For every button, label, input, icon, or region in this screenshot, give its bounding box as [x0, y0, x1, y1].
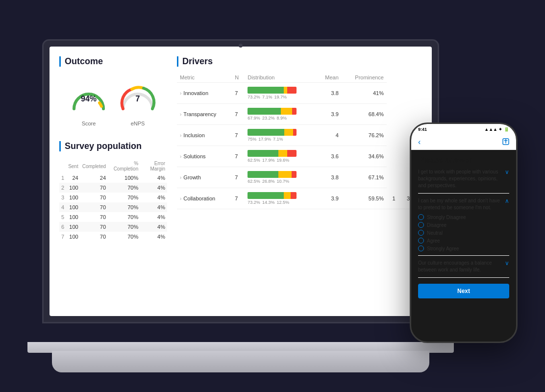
bar-label: 62.5%: [248, 158, 260, 163]
survey-row-completed: 70: [80, 222, 108, 232]
drivers-row-name[interactable]: › Innovation: [177, 83, 232, 104]
drivers-row-name[interactable]: › Collaboration: [177, 188, 232, 209]
question-2: I can be my whole self and don't have to…: [418, 197, 509, 256]
phone-title: Please answer:: [418, 156, 509, 165]
survey-row-margin: 4%: [140, 222, 167, 232]
radio-circle: [418, 230, 424, 236]
bar-labels: 67.9%23.2%8.9%: [248, 116, 313, 121]
survey-row-margin: 4%: [140, 183, 167, 193]
drivers-row-n: 7: [232, 125, 245, 146]
question-3: Our culture encourages a balance between…: [418, 260, 509, 278]
col-header-sent: Sent: [66, 159, 80, 173]
question-3-header: Our culture encourages a balance between…: [418, 260, 509, 273]
radio-option[interactable]: Strongly Disagree: [418, 214, 509, 220]
radio-option[interactable]: Disagree: [418, 222, 509, 228]
question-3-toggle[interactable]: ∨: [505, 260, 509, 267]
radio-label: Neutral: [427, 230, 443, 236]
question-1-text: I get to work with people with various b…: [418, 169, 505, 189]
radio-circle: [418, 214, 424, 220]
drivers-row-prominence: 41%: [342, 83, 387, 104]
drivers-col-mean: Mean: [316, 73, 342, 83]
bar-red: [292, 171, 297, 178]
survey-row-margin: 4%: [140, 212, 167, 222]
survey-table-row: 1 24 24 100% 4%: [59, 173, 167, 183]
drivers-row-mean: 3.9: [316, 104, 342, 125]
drivers-row-prominence: 59.5%: [342, 188, 387, 209]
col-header-completed: Completed: [80, 159, 108, 173]
drivers-row-name[interactable]: › Solutions: [177, 146, 232, 167]
question-3-text: Our culture encourages a balance between…: [418, 260, 505, 273]
drivers-row-n: 7: [232, 188, 245, 209]
score-label: Score: [82, 121, 96, 126]
survey-row-id: 3: [59, 193, 66, 202]
drivers-row-mean: 3.8: [316, 167, 342, 188]
radio-option[interactable]: Neutral: [418, 230, 509, 236]
drivers-row-mean: 3.8: [316, 83, 342, 104]
survey-table-row: 3 100 70 70% 4%: [59, 193, 167, 202]
drivers-row-distribution: 62.5%17.9%19.6%: [245, 146, 316, 167]
drivers-row-prominence: 76.2%: [342, 125, 387, 146]
radio-option[interactable]: Strongly Agree: [418, 245, 509, 251]
drivers-row-name[interactable]: › Growth: [177, 167, 232, 188]
drivers-row-mean: 4: [316, 125, 342, 146]
drivers-row-name[interactable]: › Inclusion: [177, 125, 232, 146]
drivers-table-row: › Growth 7 62.5%26.8%10.7% 3.8 67.1%: [177, 167, 422, 188]
survey-row-id: 4: [59, 202, 66, 212]
survey-row-id: 2: [59, 183, 66, 193]
survey-row-id: 5: [59, 212, 66, 222]
bar-label: 62.5%: [248, 179, 260, 184]
phone-signal-wifi: ▲▲▲ ✦ 🔋: [484, 127, 509, 132]
survey-row-completed: 70: [80, 202, 108, 212]
bar-red: [293, 129, 297, 136]
distribution-bar: [248, 129, 297, 136]
bar-labels: 73.2%14.3%12.5%: [248, 200, 313, 205]
question-2-header: I can be my whole self and don't have to…: [418, 197, 509, 211]
bar-label: 17.9%: [258, 137, 271, 142]
drivers-table-row: › Collaboration 7 73.2%14.3%12.5% 3.9 59…: [177, 188, 422, 209]
drivers-row-distribution: 75%17.9%7.1%: [245, 125, 316, 146]
survey-row-completion: 70%: [108, 232, 140, 242]
question-1-toggle[interactable]: ∨: [505, 169, 509, 175]
bar-label: 8.9%: [276, 116, 287, 121]
next-button[interactable]: Next: [418, 284, 509, 298]
drivers-col-n: N: [232, 73, 245, 83]
drivers-row-mean: 3.9: [316, 188, 342, 209]
drivers-row-distribution: 73.2%14.3%12.5%: [245, 188, 316, 209]
score-gauge-circle: 94%: [69, 79, 108, 119]
survey-row-sent: 100: [66, 212, 80, 222]
survey-table: Sent Completed % Completion Error Margin…: [59, 159, 167, 242]
left-panel: Outcome: [59, 56, 167, 306]
bar-label: 19.6%: [276, 158, 289, 163]
bar-label: 73.2%: [248, 200, 260, 205]
phone-back-button[interactable]: ‹: [418, 138, 421, 147]
bar-green: [248, 87, 283, 94]
survey-row-completion: 100%: [108, 173, 140, 183]
bar-labels: 62.5%26.8%10.7%: [248, 179, 313, 184]
distribution-bar: [248, 171, 297, 178]
question-1-header: I get to work with people with various b…: [418, 169, 509, 189]
driver-label: Transparency: [183, 111, 216, 117]
bar-red: [287, 87, 297, 94]
survey-row-completed: 24: [80, 173, 108, 183]
chevron-icon: ›: [180, 133, 181, 138]
radio-options: Strongly Disagree Disagree Neutral Agree…: [418, 214, 509, 251]
bar-green: [248, 171, 278, 178]
radio-option[interactable]: Agree: [418, 238, 509, 244]
driver-label: Growth: [183, 174, 200, 180]
bar-label: 67.9%: [248, 116, 260, 121]
survey-row-completion: 70%: [108, 212, 140, 222]
col-header-id: [59, 159, 66, 173]
bar-red: [291, 192, 297, 199]
drivers-row-extra1: 1: [387, 188, 398, 209]
bar-yellow: [278, 150, 287, 157]
chevron-icon: ›: [180, 175, 181, 180]
drivers-row-name[interactable]: › Transparency: [177, 104, 232, 125]
question-2-toggle[interactable]: ∧: [505, 197, 509, 204]
bar-red: [287, 150, 297, 157]
drivers-col-metric: Metric: [177, 73, 232, 83]
bar-green: [248, 129, 284, 136]
drivers-row-n: 7: [232, 167, 245, 188]
drivers-row-prominence: 68.4%: [342, 104, 387, 125]
survey-row-completion: 70%: [108, 202, 140, 212]
phone-share-button[interactable]: [502, 138, 509, 147]
